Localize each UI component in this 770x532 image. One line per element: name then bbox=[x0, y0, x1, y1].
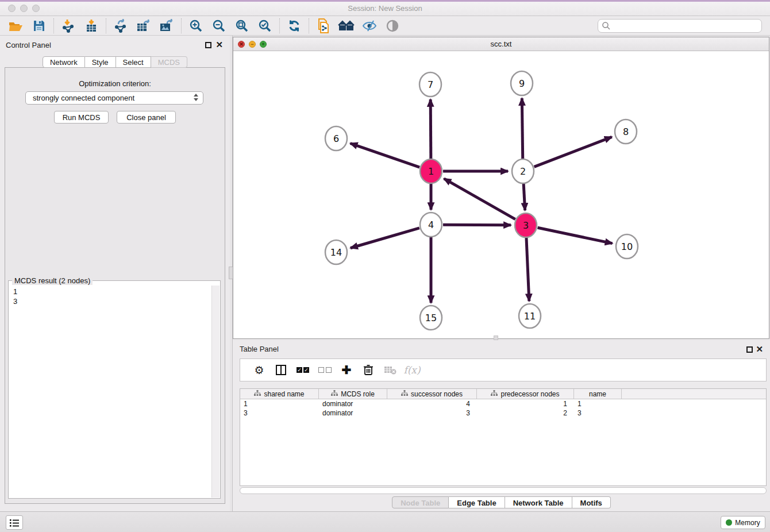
split-columns-icon[interactable] bbox=[270, 361, 292, 379]
zoom-in-icon[interactable] bbox=[184, 17, 207, 34]
table-cell[interactable]: 3 bbox=[574, 408, 622, 418]
mcds-result-title: MCDS result (2 nodes) bbox=[12, 276, 93, 285]
node-label: 1 bbox=[428, 166, 434, 177]
table-cell[interactable]: 1 bbox=[240, 399, 319, 408]
network-resize-handle[interactable] bbox=[494, 336, 498, 340]
export-table-icon[interactable] bbox=[132, 17, 155, 34]
column-header-predecessor-nodes[interactable]: predecessor nodes bbox=[477, 389, 574, 399]
run-mcds-button[interactable]: Run MCDS bbox=[54, 111, 109, 124]
node-11[interactable]: 11 bbox=[519, 304, 541, 328]
add-row-icon[interactable]: ✚ bbox=[336, 361, 357, 379]
table-row[interactable]: 3dominator323 bbox=[240, 408, 766, 418]
edge-3-1[interactable] bbox=[444, 179, 515, 219]
zoom-selected-icon[interactable] bbox=[253, 17, 276, 34]
export-network-icon[interactable] bbox=[109, 17, 132, 34]
network-home-icon[interactable] bbox=[335, 17, 358, 34]
edge-4-14[interactable] bbox=[351, 228, 419, 248]
table-float-icon[interactable] bbox=[746, 346, 753, 353]
column-hierarchy-icon bbox=[331, 390, 338, 398]
edge-3-11[interactable] bbox=[526, 237, 529, 301]
clone-network-icon[interactable] bbox=[312, 17, 335, 34]
deselect-all-rows-icon[interactable] bbox=[314, 361, 336, 379]
task-history-button[interactable] bbox=[6, 515, 23, 530]
tab-select[interactable]: Select bbox=[116, 56, 151, 68]
delete-table-icon[interactable] bbox=[379, 361, 401, 379]
node-6[interactable]: 6 bbox=[325, 126, 347, 151]
table-cell[interactable]: 3 bbox=[240, 408, 319, 418]
edge-2-9[interactable] bbox=[522, 98, 522, 159]
tab-edge-table[interactable]: Edge Table bbox=[449, 496, 505, 508]
table-close-icon[interactable]: ✕ bbox=[756, 344, 763, 354]
tab-node-table[interactable]: Node Table bbox=[392, 496, 449, 508]
node-4[interactable]: 4 bbox=[420, 213, 442, 237]
table-cell[interactable]: 4 bbox=[387, 399, 477, 408]
table-settings-icon[interactable]: ⚙ bbox=[248, 361, 270, 379]
tab-network[interactable]: Network bbox=[43, 56, 85, 68]
table-cell[interactable]: 3 bbox=[387, 408, 477, 418]
table-row[interactable]: 1dominator411 bbox=[240, 399, 766, 408]
tab-motifs[interactable]: Motifs bbox=[572, 496, 611, 508]
close-panel-icon[interactable]: ✕ bbox=[215, 40, 223, 50]
node-7[interactable]: 7 bbox=[419, 72, 441, 97]
toolbar-separator bbox=[181, 18, 182, 33]
node-10[interactable]: 10 bbox=[616, 234, 638, 259]
optimization-criterion-select[interactable]: strongly connected component bbox=[25, 91, 203, 105]
network-canvas[interactable]: 7968124314101511 bbox=[233, 51, 769, 338]
column-label: successor nodes bbox=[411, 390, 463, 398]
table-cell[interactable]: 1 bbox=[574, 399, 622, 408]
tab-style[interactable]: Style bbox=[85, 56, 116, 68]
result-scrollbar[interactable] bbox=[211, 286, 220, 498]
main-toolbar bbox=[0, 16, 770, 36]
export-image-icon[interactable] bbox=[155, 17, 178, 34]
search-input[interactable] bbox=[611, 21, 761, 31]
node-8[interactable]: 8 bbox=[615, 119, 637, 144]
edge-1-7[interactable] bbox=[430, 99, 431, 159]
import-table-icon[interactable] bbox=[80, 17, 103, 34]
optimization-criterion-value: strongly connected component bbox=[33, 94, 134, 102]
table-cell[interactable]: 2 bbox=[477, 408, 574, 418]
optimization-criterion-label: Optimization criterion: bbox=[0, 79, 230, 88]
edge-4-3[interactable] bbox=[443, 225, 511, 225]
table-cell[interactable]: dominator bbox=[319, 408, 387, 418]
show-graphics-details-icon[interactable] bbox=[381, 17, 404, 34]
edge-1-6[interactable] bbox=[351, 143, 420, 167]
table-cell[interactable]: 1 bbox=[477, 399, 574, 408]
refresh-network-icon[interactable] bbox=[283, 17, 306, 34]
node-14[interactable]: 14 bbox=[325, 240, 347, 264]
edge-3-10[interactable] bbox=[538, 228, 613, 243]
edge-2-3[interactable] bbox=[523, 183, 525, 210]
toolbar-separator bbox=[279, 18, 280, 33]
edge-2-8[interactable] bbox=[534, 137, 612, 167]
tab-mcds[interactable]: MCDS bbox=[151, 56, 187, 68]
tab-network-table[interactable]: Network Table bbox=[505, 496, 572, 508]
network-window-title: scc.txt bbox=[233, 40, 769, 48]
node-table: shared nameMCDS rolesuccessor nodesprede… bbox=[240, 388, 767, 486]
column-header-successor-nodes[interactable]: successor nodes bbox=[387, 389, 477, 399]
close-panel-button[interactable]: Close panel bbox=[117, 111, 176, 124]
column-header-shared-name[interactable]: shared name bbox=[240, 389, 319, 399]
node-1[interactable]: 1 bbox=[420, 159, 442, 183]
zoom-fit-icon[interactable] bbox=[230, 17, 253, 34]
network-window-titlebar[interactable]: ✕ − + scc.txt bbox=[233, 37, 769, 51]
delete-row-icon[interactable] bbox=[357, 361, 379, 379]
open-session-icon[interactable] bbox=[5, 17, 28, 34]
node-2[interactable]: 2 bbox=[512, 159, 534, 183]
node-3[interactable]: 3 bbox=[515, 213, 537, 237]
float-panel-icon[interactable] bbox=[205, 42, 211, 48]
table-horizontal-scrollbar[interactable] bbox=[240, 487, 767, 494]
mcds-result-text[interactable]: 13 bbox=[9, 286, 211, 498]
zoom-out-icon[interactable] bbox=[207, 17, 230, 34]
node-9[interactable]: 9 bbox=[511, 71, 533, 95]
import-network-icon[interactable] bbox=[57, 17, 80, 34]
search-box[interactable] bbox=[598, 19, 762, 33]
column-header-name[interactable]: name bbox=[574, 389, 622, 399]
memory-status-icon bbox=[726, 519, 732, 526]
memory-button[interactable]: Memory bbox=[721, 516, 765, 529]
hide-graphics-icon[interactable] bbox=[358, 17, 381, 34]
node-15[interactable]: 15 bbox=[420, 306, 442, 330]
column-header-MCDS-role[interactable]: MCDS role bbox=[319, 389, 387, 399]
table-cell[interactable]: dominator bbox=[319, 399, 387, 408]
select-all-rows-icon[interactable]: ✓✓ bbox=[292, 361, 314, 379]
save-session-icon[interactable] bbox=[28, 17, 51, 34]
function-builder-icon[interactable]: f(x) bbox=[401, 361, 423, 379]
